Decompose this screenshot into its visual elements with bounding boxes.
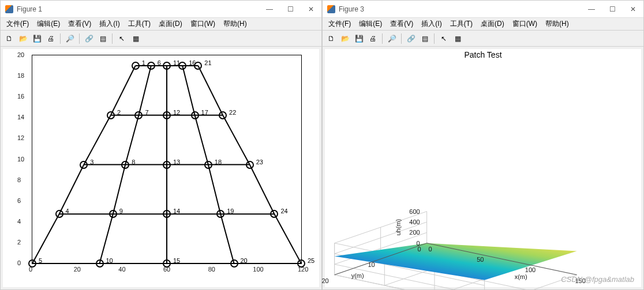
menu-window[interactable]: 窗口(W) [509,18,541,30]
layout-icon[interactable]: ▦ [129,32,142,45]
mesh-node [163,62,171,70]
link-icon[interactable]: 🔗 [83,32,95,45]
menubar-1: 文件(F) 编辑(E) 查看(V) 插入(I) 工具(T) 桌面(D) 窗口(W… [1,18,321,31]
open-icon[interactable]: 📂 [339,32,351,45]
menu-desktop[interactable]: 桌面(D) [155,18,186,30]
ytick-label: 0 [17,259,21,266]
mesh-node [121,161,129,169]
mesh-node [163,111,171,119]
ytick-label: 18 [17,72,24,79]
axes-3d[interactable]: 050100150010200200400600x(m)y(m)uh(m) [348,55,630,264]
mesh-node [191,111,199,119]
menu-view[interactable]: 查看(V) [65,18,95,30]
mesh-node [80,161,88,169]
menu-help[interactable]: 帮助(H) [220,18,250,30]
xtick-label: 0 [29,266,32,273]
menu-window[interactable]: 窗口(W) [187,18,219,30]
ytick-label: 14 [17,114,24,120]
ytick-label: 10 [368,261,375,268]
menu-help[interactable]: 帮助(H) [542,18,572,30]
node-label: 14 [173,208,180,214]
save-icon[interactable]: 💾 [353,32,365,45]
print-icon[interactable]: 🖨 [44,32,57,45]
watermark: CSDN @fpga&matlab [561,275,634,284]
mesh-node [204,161,212,169]
save-icon[interactable]: 💾 [31,32,43,45]
menu-edit[interactable]: 编辑(E) [355,18,385,30]
mesh-node [219,111,227,119]
xtick-label: 50 [477,256,484,263]
layout-icon[interactable]: ▦ [451,32,464,45]
ytick-label: 8 [17,176,21,183]
mesh-node [163,161,171,169]
menu-tools[interactable]: 工具(T) [447,18,476,30]
node-label: 6 [158,59,161,66]
menu-file[interactable]: 文件(F) [325,18,354,30]
mesh-node [270,210,278,218]
datacursor-icon[interactable]: 🔎 [63,32,76,45]
matlab-icon [327,5,335,13]
figure-3-window: Figure 3 — ☐ ✕ 文件(F) 编辑(E) 查看(V) 插入(I) 工… [322,0,644,290]
node-label: 5 [39,257,42,264]
link-icon[interactable]: 🔗 [405,32,417,45]
open-icon[interactable]: 📂 [17,32,29,45]
mesh-node [194,62,202,70]
mesh-node [132,62,140,70]
menu-insert[interactable]: 插入(I) [418,18,445,30]
xtick-label: 20 [74,266,81,273]
menu-tools[interactable]: 工具(T) [125,18,154,30]
colorbar-icon[interactable]: ▤ [96,32,109,45]
axes-2d[interactable]: 1611162127121722381318234914192451015202… [32,55,302,264]
print-icon[interactable]: 🖨 [366,32,379,45]
colorbar-icon[interactable]: ▤ [418,32,431,45]
minimize-icon[interactable]: — [586,5,597,13]
node-label: 21 [204,59,211,66]
maximize-icon[interactable]: ☐ [284,5,296,13]
node-label: 15 [173,257,180,264]
menu-insert[interactable]: 插入(I) [96,18,123,30]
node-label: 13 [173,159,180,165]
node-label: 23 [256,159,263,165]
node-label: 12 [173,109,180,116]
node-label: 7 [145,109,148,116]
node-label: 2 [117,109,121,116]
menu-view[interactable]: 查看(V) [387,18,417,30]
mesh-node [107,111,115,119]
node-label: 3 [90,159,93,165]
pointer-icon[interactable]: ↖ [115,32,128,45]
close-icon[interactable]: ✕ [627,5,639,13]
new-file-icon[interactable]: 🗋 [325,32,338,45]
window-title: Figure 3 [339,5,364,13]
node-label: 20 [241,257,248,264]
new-file-icon[interactable]: 🗋 [3,32,16,45]
xlabel: x(m) [515,273,527,280]
mesh-node [216,210,224,218]
plot-area-1: 1611162127121722381318234914192451015202… [3,49,319,287]
window-title: Figure 1 [17,5,42,13]
menu-edit[interactable]: 编辑(E) [33,18,63,30]
ytick-label: 2 [17,239,21,246]
ytick-label: 20 [321,277,328,284]
node-label: 18 [215,159,222,165]
node-label: 1 [142,59,145,66]
ztick-label: 0 [417,240,420,247]
plot-area-3: Patch Test 050100150010200200400600x(m)y… [325,49,641,287]
xtick-label: 0 [429,246,432,253]
ytick-label: 10 [17,156,24,163]
xtick-label: 120 [298,266,308,273]
maximize-icon[interactable]: ☐ [606,5,618,13]
ztick-label: 400 [409,219,420,225]
minimize-icon[interactable]: — [264,5,275,13]
xtick-label: 80 [208,266,215,273]
menu-desktop[interactable]: 桌面(D) [477,18,508,30]
toolbar-3: 🗋📂💾🖨🔎🔗▤↖▦ [323,31,643,47]
node-label: 9 [119,208,123,214]
close-icon[interactable]: ✕ [305,5,317,13]
datacursor-icon[interactable]: 🔎 [385,32,398,45]
menu-file[interactable]: 文件(F) [3,18,32,30]
mesh-node [109,210,117,218]
ytick-label: 20 [17,51,24,58]
pointer-icon[interactable]: ↖ [437,32,450,45]
node-label: 19 [227,208,234,214]
mesh-node [178,62,186,70]
